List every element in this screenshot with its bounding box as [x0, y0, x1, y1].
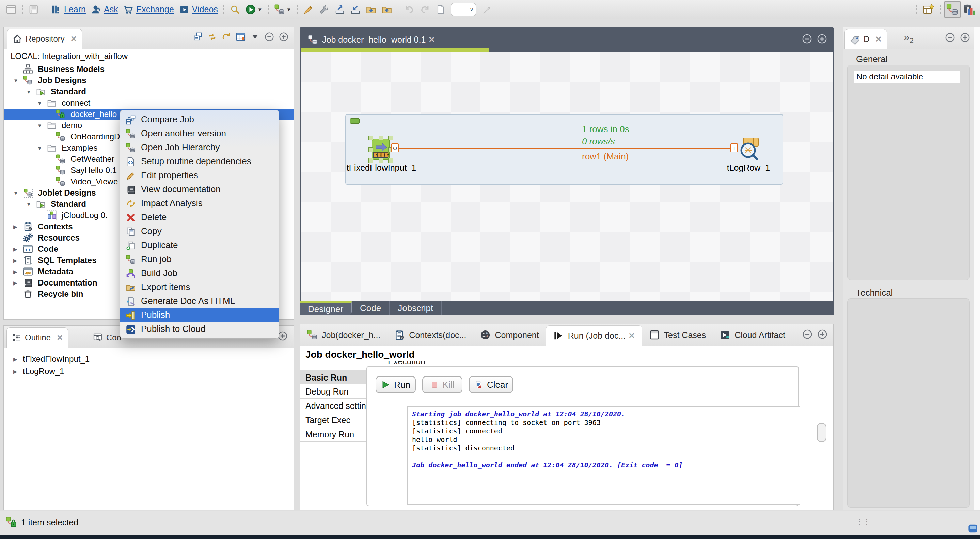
tab-job-editor[interactable]: Job docker_hello_world 0.1 ✕	[303, 30, 440, 49]
selection-handle[interactable]	[368, 136, 373, 140]
maximize-icon[interactable]	[959, 32, 970, 43]
expander-closed-icon[interactable]: ▶	[13, 356, 18, 362]
menu-item-generate-doc-as-html[interactable]: Generate Doc As HTML	[120, 294, 279, 308]
zoom-combo[interactable]: ∨	[451, 3, 476, 16]
outline-item[interactable]: ▶tLogRow_1	[4, 366, 294, 378]
tab-d-view[interactable]: D ✕	[845, 29, 887, 49]
videos-link[interactable]: Videos	[179, 3, 218, 16]
collapse-subjob-icon[interactable]: –	[350, 118, 360, 124]
selection-handle[interactable]	[368, 158, 373, 163]
save-button[interactable]	[28, 3, 39, 16]
menu-item-duplicate[interactable]: Duplicate	[120, 238, 279, 252]
expander-open-icon[interactable]: ▼	[37, 145, 42, 151]
link-with-editor-button[interactable]	[207, 32, 217, 42]
export-button[interactable]	[334, 3, 345, 16]
view-menu-icon[interactable]	[250, 32, 260, 42]
tree-item[interactable]: ▼connect	[4, 97, 294, 109]
close-icon[interactable]: ✕	[70, 34, 77, 44]
close-icon[interactable]: ✕	[428, 35, 435, 44]
drag-grip-icon[interactable]: ⋮⋮	[855, 517, 870, 526]
component-tfixedflowinput[interactable]: a 2 3 z	[371, 138, 390, 160]
selection-handle[interactable]	[368, 147, 373, 152]
workspace-button[interactable]	[6, 3, 17, 16]
menu-item-copy[interactable]: Copy	[120, 224, 279, 238]
minimize-icon[interactable]	[802, 329, 813, 340]
panel-tab-component[interactable]: Component	[473, 324, 546, 346]
selection-handle[interactable]	[388, 158, 393, 163]
expander-open-icon[interactable]: ▼	[26, 201, 31, 207]
clean-button[interactable]	[481, 3, 492, 16]
expander-open-icon[interactable]: ▼	[37, 100, 42, 106]
search-button[interactable]	[229, 3, 240, 16]
maximize-icon[interactable]	[816, 33, 827, 44]
subjob-container[interactable]: –	[345, 114, 783, 185]
maximize-icon[interactable]	[278, 32, 289, 42]
undo-button[interactable]	[404, 3, 415, 16]
exchange-link[interactable]: Exchange	[123, 3, 174, 16]
editor-tab-code[interactable]: Code	[352, 301, 390, 315]
outline-item[interactable]: ▶tFixedFlowInput_1	[4, 354, 294, 366]
maximize-icon[interactable]	[817, 329, 828, 340]
minimize-icon[interactable]	[945, 32, 956, 43]
component-label[interactable]: tLogRow_1	[714, 163, 783, 173]
selection-handle[interactable]	[379, 136, 383, 140]
menu-item-compare-job[interactable]: Compare Job	[120, 112, 279, 126]
panel-tab-test-cases[interactable]: Test Cases	[642, 324, 713, 346]
tab-overflow-indicator[interactable]: »2	[904, 31, 913, 45]
redo-button[interactable]	[420, 3, 430, 16]
kill-button[interactable]: Kill	[422, 376, 462, 393]
execution-console[interactable]: Starting job docker_hello_world at 12:04…	[407, 407, 800, 505]
import-button[interactable]	[350, 3, 361, 16]
expander-closed-icon[interactable]: ▶	[13, 280, 18, 286]
menu-item-export-items[interactable]: Export items	[120, 280, 279, 294]
menu-item-setup-routine-dependencies[interactable]: Setup routine dependencies	[120, 154, 279, 168]
perspective-integration-button[interactable]	[944, 1, 961, 18]
import-items-button[interactable]	[366, 3, 377, 16]
tree-item[interactable]: Business Models	[4, 64, 294, 75]
refresh-button[interactable]	[221, 32, 232, 42]
minimize-icon[interactable]	[264, 32, 274, 42]
edit-button[interactable]	[303, 3, 314, 16]
export-items-button[interactable]	[381, 3, 392, 16]
menu-item-edit-properties[interactable]: Edit properties	[120, 168, 279, 182]
design-canvas[interactable]: – a 2 3 z	[301, 52, 832, 301]
tree-item[interactable]: ▼Standard	[4, 86, 294, 97]
menu-item-publish[interactable]: Publish	[120, 308, 279, 322]
editor-tab-designer[interactable]: Designer	[300, 301, 352, 315]
expander-closed-icon[interactable]: ▶	[13, 269, 18, 275]
learn-link[interactable]: Learn	[51, 3, 86, 16]
expander-open-icon[interactable]: ▼	[37, 123, 42, 128]
component-tlogrow[interactable]	[739, 137, 758, 159]
minimize-icon[interactable]	[802, 33, 813, 44]
editor-tab-jobscript[interactable]: Jobscript	[390, 301, 442, 315]
perspective-profiling-button[interactable]	[961, 2, 977, 18]
run-job-button[interactable]: ▼	[245, 3, 262, 16]
detail-view-button[interactable]	[235, 32, 246, 42]
expander-closed-icon[interactable]: ▶	[13, 224, 18, 230]
collapse-all-button[interactable]	[193, 32, 203, 42]
ask-link[interactable]: Ask	[91, 3, 118, 16]
run-button[interactable]: Run	[375, 376, 416, 393]
close-icon[interactable]: ✕	[57, 333, 63, 343]
panel-tab-contexts-doc-[interactable]: Contexts(doc...	[387, 324, 473, 346]
expander-open-icon[interactable]: ▼	[13, 190, 18, 196]
menu-item-impact-analysis[interactable]: Impact Analysis	[120, 196, 279, 210]
scrollbar-thumb[interactable]	[817, 423, 826, 442]
connection-name-label[interactable]: row1 (Main)	[582, 151, 628, 162]
clear-button[interactable]: Clear	[469, 376, 513, 393]
create-job-button[interactable]: ▼	[274, 3, 291, 16]
app-badge-icon[interactable]	[968, 524, 978, 533]
tab-repository[interactable]: Repository ✕	[7, 29, 82, 49]
close-icon[interactable]: ✕	[628, 331, 635, 340]
expander-closed-icon[interactable]: ▶	[13, 368, 18, 375]
expander-closed-icon[interactable]: ▶	[13, 246, 18, 252]
panel-tab-run-job-doc-[interactable]: Run (Job doc...✕	[546, 325, 642, 346]
component-label[interactable]: tFixedFlowInput_1	[340, 163, 422, 173]
menu-item-open-another-version[interactable]: Open another version	[120, 126, 279, 140]
menu-item-run-job[interactable]: Run job	[120, 252, 279, 266]
expander-closed-icon[interactable]: ▶	[13, 258, 18, 264]
connection-row1[interactable]	[393, 148, 738, 149]
panel-tab-job-docker-h-[interactable]: Job(docker_h...	[300, 324, 387, 346]
connection-input-badge[interactable]: I	[730, 144, 738, 152]
tab-outline[interactable]: Outline ✕	[6, 327, 68, 348]
